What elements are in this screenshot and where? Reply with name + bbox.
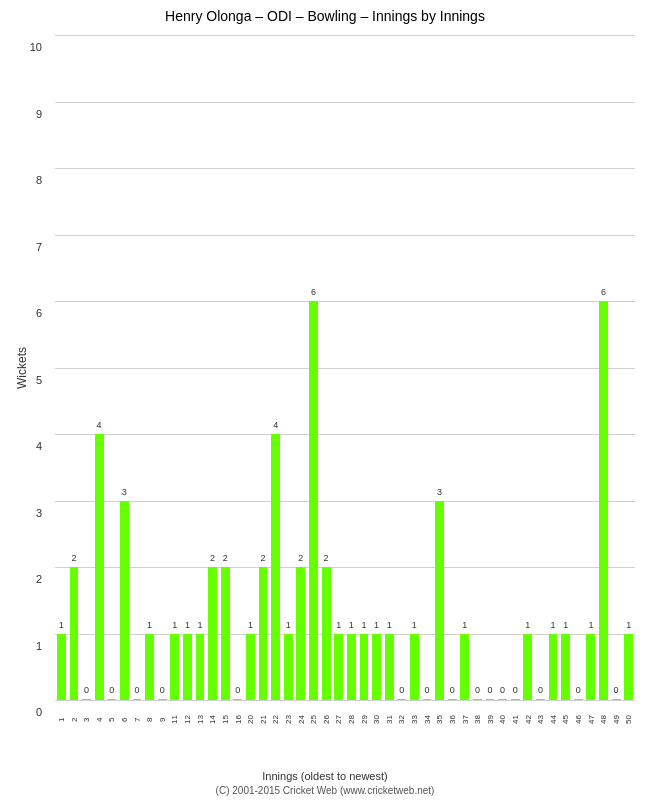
bar: 1	[385, 634, 394, 701]
copyright: (C) 2001-2015 Cricket Web (www.cricketwe…	[0, 785, 650, 796]
bar-group: 1	[194, 35, 207, 700]
bar-value-label: 6	[601, 287, 606, 297]
x-axis-label: 24	[295, 700, 308, 740]
bar: 2	[70, 567, 79, 700]
bar-value-label: 1	[349, 620, 354, 630]
x-axis-label: 22	[269, 700, 282, 740]
bar-group: 2	[320, 35, 333, 700]
bars-area: 1204030101112201241262111110103010000101…	[55, 35, 635, 700]
bar: 1	[183, 634, 192, 701]
bar: 2	[322, 567, 331, 700]
x-axis-label: 31	[383, 700, 396, 740]
bar-group: 2	[257, 35, 270, 700]
bar: 1	[586, 634, 595, 701]
bar-group: 1	[168, 35, 181, 700]
bar-group: 0	[131, 35, 144, 700]
bar-value-label: 0	[160, 685, 165, 695]
bar-value-label: 1	[412, 620, 417, 630]
bar: 6	[309, 301, 318, 700]
x-axis-label: 8	[143, 700, 156, 740]
x-axis-label: 46	[572, 700, 585, 740]
x-axis-label: 42	[522, 700, 535, 740]
bar-group: 1	[370, 35, 383, 700]
bar-value-label: 1	[525, 620, 530, 630]
bar: 1	[334, 634, 343, 701]
bar: 4	[271, 434, 280, 700]
bar-group: 1	[408, 35, 421, 700]
bar-value-label: 1	[462, 620, 467, 630]
x-axis-label: 38	[471, 700, 484, 740]
bar: 1	[549, 634, 558, 701]
x-axis-label: 3	[80, 700, 93, 740]
bar-group: 3	[433, 35, 446, 700]
bar-value-label: 0	[475, 685, 480, 695]
bar-value-label: 1	[185, 620, 190, 630]
x-axis-label: 43	[534, 700, 547, 740]
bar-value-label: 1	[59, 620, 64, 630]
bar-group: 1	[358, 35, 371, 700]
x-axis-label: 12	[181, 700, 194, 740]
bar-group: 0	[156, 35, 169, 700]
y-axis-labels: 012345678910	[0, 35, 50, 700]
bar-value-label: 1	[248, 620, 253, 630]
bar: 1	[246, 634, 255, 701]
y-axis-label: 8	[36, 174, 42, 186]
bar-group: 1	[332, 35, 345, 700]
y-axis-label: 6	[36, 307, 42, 319]
bar-group: 0	[534, 35, 547, 700]
x-axis-label: 21	[257, 700, 270, 740]
x-axis-label: 44	[547, 700, 560, 740]
bar: 1	[460, 634, 469, 701]
bar-group: 6	[307, 35, 320, 700]
bar-value-label: 0	[538, 685, 543, 695]
bar-group: 4	[269, 35, 282, 700]
x-axis-label: 23	[282, 700, 295, 740]
bar-group: 3	[118, 35, 131, 700]
bar-value-label: 4	[97, 420, 102, 430]
bar: 1	[347, 634, 356, 701]
x-axis-label: 32	[395, 700, 408, 740]
y-axis-label: 3	[36, 507, 42, 519]
bar-group: 1	[143, 35, 156, 700]
bar-group: 6	[597, 35, 610, 700]
bar-group: 1	[459, 35, 472, 700]
bar-group: 0	[232, 35, 245, 700]
bar-group: 0	[395, 35, 408, 700]
bar-value-label: 0	[500, 685, 505, 695]
bar-group: 1	[244, 35, 257, 700]
bar-value-label: 0	[84, 685, 89, 695]
bar: 1	[561, 634, 570, 701]
bar-group: 0	[471, 35, 484, 700]
bar-value-label: 2	[210, 553, 215, 563]
bar: 1	[170, 634, 179, 701]
x-axis-label: 34	[421, 700, 434, 740]
y-axis-label: 2	[36, 573, 42, 585]
x-axis-title: Innings (oldest to newest)	[0, 770, 650, 782]
bar: 1	[523, 634, 532, 701]
x-axis-label: 35	[433, 700, 446, 740]
x-axis-label: 26	[320, 700, 333, 740]
x-axis-label: 49	[610, 700, 623, 740]
x-axis-label: 37	[459, 700, 472, 740]
x-axis-label: 7	[131, 700, 144, 740]
bar-value-label: 1	[374, 620, 379, 630]
bar-group: 0	[105, 35, 118, 700]
bar-group: 0	[446, 35, 459, 700]
bar-group: 0	[496, 35, 509, 700]
bar: 1	[145, 634, 154, 701]
y-axis-label: 10	[30, 41, 42, 53]
bar-value-label: 1	[551, 620, 556, 630]
x-axis-label: 14	[206, 700, 219, 740]
bar-value-label: 0	[235, 685, 240, 695]
bar-group: 2	[206, 35, 219, 700]
bar-group: 1	[55, 35, 68, 700]
x-axis-label: 20	[244, 700, 257, 740]
bar-value-label: 0	[109, 685, 114, 695]
bar-value-label: 0	[513, 685, 518, 695]
bar: 6	[599, 301, 608, 700]
bar-value-label: 1	[197, 620, 202, 630]
bar-group: 2	[219, 35, 232, 700]
bar-value-label: 1	[147, 620, 152, 630]
bar-value-label: 0	[134, 685, 139, 695]
x-axis-label: 1	[55, 700, 68, 740]
